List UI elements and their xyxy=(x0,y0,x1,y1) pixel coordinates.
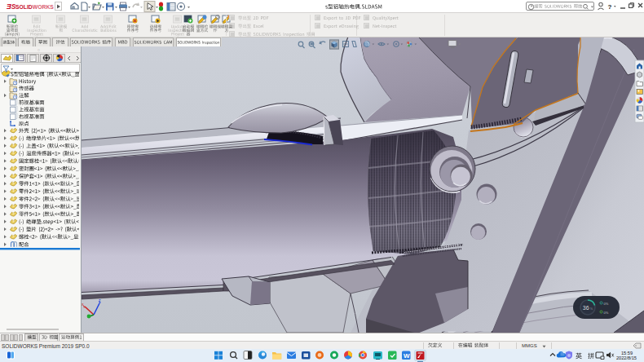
svg-text:0%: 0% xyxy=(604,302,609,306)
svg-text:W: W xyxy=(404,352,410,360)
svg-text:%: % xyxy=(590,307,593,311)
svg-text:0%: 0% xyxy=(604,311,609,315)
svg-text:?: ? xyxy=(608,3,612,11)
svg-text:36: 36 xyxy=(583,305,589,311)
